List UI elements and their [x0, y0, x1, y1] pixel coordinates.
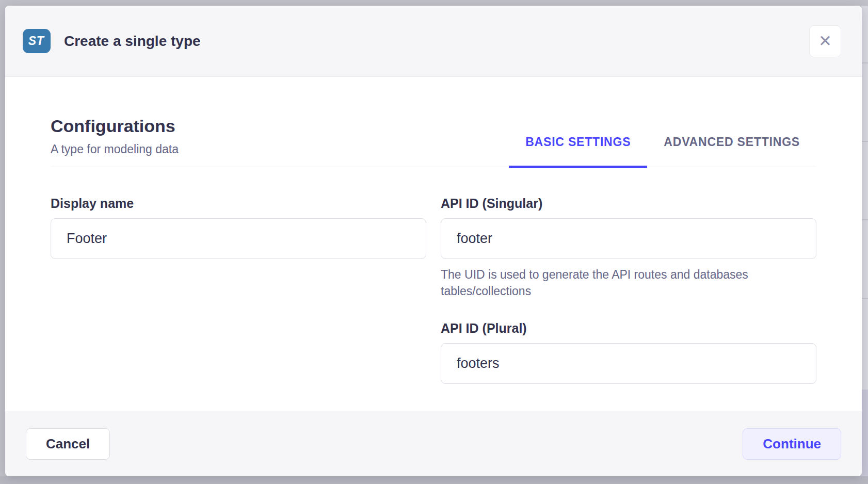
tab-basic-settings[interactable]: BASIC SETTINGS [509, 135, 647, 167]
settings-tabs: BASIC SETTINGS ADVANCED SETTINGS [509, 135, 816, 167]
screen: ST Create a single type ✕ Configurations… [0, 0, 868, 484]
modal-header: ST Create a single type ✕ [5, 6, 862, 77]
cancel-button[interactable]: Cancel [26, 428, 110, 460]
display-name-input[interactable] [51, 218, 426, 259]
tab-advanced-settings[interactable]: ADVANCED SETTINGS [647, 135, 816, 167]
configuration-form: Display name API ID (Singular) The UID i… [51, 196, 816, 384]
background-table-strip [861, 6, 868, 390]
api-id-singular-label: API ID (Singular) [441, 196, 816, 211]
api-id-singular-field: API ID (Singular) The UID is used to gen… [441, 196, 816, 299]
modal-title: Create a single type [64, 33, 201, 50]
section-head-text: Configurations A type for modeling data [51, 116, 179, 167]
api-id-plural-field: API ID (Plural) [441, 321, 816, 384]
create-single-type-modal: ST Create a single type ✕ Configurations… [5, 6, 862, 476]
section-head: Configurations A type for modeling data … [51, 116, 816, 167]
close-button[interactable]: ✕ [809, 25, 841, 57]
api-id-column: API ID (Singular) The UID is used to gen… [441, 196, 816, 384]
background-strip-lower [861, 390, 868, 476]
api-id-plural-label: API ID (Plural) [441, 321, 816, 336]
single-type-badge-icon: ST [23, 29, 51, 53]
modal-footer: Cancel Continue [5, 411, 862, 476]
api-id-singular-input[interactable] [441, 218, 816, 259]
section-subtitle: A type for modeling data [51, 142, 179, 156]
api-id-singular-hint: The UID is used to generate the API rout… [441, 266, 802, 299]
section-title: Configurations [51, 116, 179, 136]
display-name-field: Display name [51, 196, 426, 384]
api-id-plural-input[interactable] [441, 343, 816, 384]
background-bottom-strip [0, 476, 868, 484]
continue-button[interactable]: Continue [743, 428, 841, 460]
modal-body: Configurations A type for modeling data … [5, 77, 862, 411]
close-icon: ✕ [818, 33, 832, 49]
display-name-label: Display name [51, 196, 426, 211]
